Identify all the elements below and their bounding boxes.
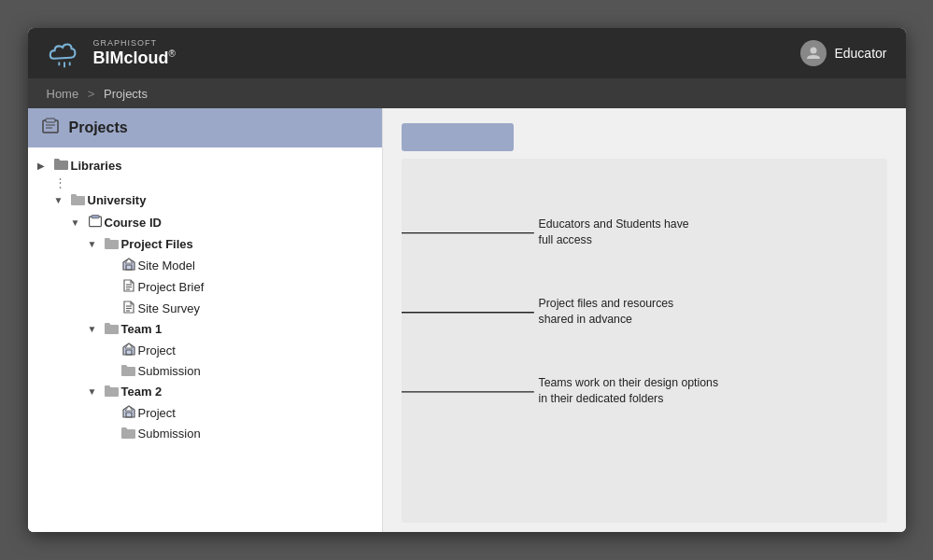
action-button[interactable]	[402, 123, 514, 151]
folder-icon-team1submission	[120, 364, 138, 379]
svg-text:shared in advance: shared in advance	[538, 313, 632, 326]
left-panel: Projects ▶ Libraries ⋮ ▼	[28, 108, 383, 532]
tree-item-courseid[interactable]: ▼ Course ID	[28, 211, 382, 234]
app-window: GRAPHISOFT BIMcloud® Educator Home > Pro…	[28, 28, 906, 532]
tree-item-team1submission[interactable]: ▶ Submission	[28, 361, 382, 382]
bimcloud-logo-icon	[47, 35, 82, 71]
svg-text:full access: full access	[538, 233, 591, 246]
tree-item-team1[interactable]: ▼ Team 1	[28, 319, 382, 340]
doc-icon-sitesurvey	[120, 301, 138, 316]
tree-item-team1project[interactable]: ▶ Project	[28, 340, 382, 361]
university-label: University	[88, 193, 147, 207]
svg-text:in their dedicated folders: in their dedicated folders	[538, 392, 663, 405]
team1-label: Team 1	[121, 322, 163, 336]
svg-text:Project files and resources: Project files and resources	[538, 297, 673, 310]
header-left: GRAPHISOFT BIMcloud®	[47, 35, 176, 71]
tree-item-team2project[interactable]: ▶ Project	[28, 402, 382, 424]
projects-icon	[41, 117, 60, 140]
team1submission-label: Submission	[138, 364, 201, 378]
svg-rect-9	[92, 215, 99, 217]
breadcrumb-separator: >	[84, 87, 98, 101]
right-panel: Educators and Students have full access …	[383, 108, 906, 532]
header-right: Educator	[800, 40, 886, 66]
right-panel-top	[402, 118, 887, 157]
toggle-team2[interactable]: ▼	[88, 386, 103, 397]
toggle-courseid[interactable]: ▼	[71, 217, 86, 228]
archicad-icon-sitemodel	[120, 258, 138, 273]
tree-item-university[interactable]: ▼ University	[28, 190, 382, 211]
sitesurvey-label: Site Survey	[138, 301, 200, 315]
tree-item-libraries[interactable]: ▶ Libraries	[28, 155, 382, 175]
team2-label: Team 2	[121, 385, 163, 399]
toggle-university[interactable]: ▼	[54, 195, 69, 205]
archicad-icon-team1project	[120, 343, 138, 358]
user-name-label: Educator	[834, 46, 886, 61]
brand-bottom-label: BIMcloud®	[93, 49, 176, 68]
folder-icon-team2submission	[120, 427, 138, 441]
panel-title: Projects	[69, 119, 128, 136]
tree-item-projectfiles[interactable]: ▼ Project Files	[28, 234, 382, 255]
user-avatar	[800, 40, 827, 66]
svg-text:Teams work on their design opt: Teams work on their design options	[538, 376, 718, 389]
annotations-svg: Educators and Students have full access …	[402, 159, 887, 523]
svg-text:Educators and Students have: Educators and Students have	[538, 217, 688, 231]
team1project-label: Project	[138, 343, 176, 357]
tree-item-projectbrief[interactable]: ▶ Project Brief	[28, 276, 382, 298]
folder-icon-university	[69, 193, 88, 208]
svg-rect-5	[46, 119, 55, 122]
project-icon-courseid	[86, 214, 105, 231]
tree-dots: ⋮	[28, 175, 382, 190]
folder-icon	[52, 158, 71, 173]
brand-text: GRAPHISOFT BIMcloud®	[93, 39, 176, 68]
folder-icon-team2	[103, 385, 121, 399]
svg-point-3	[811, 48, 817, 54]
toggle-projectfiles[interactable]: ▼	[88, 239, 103, 249]
breadcrumb-current: Projects	[104, 87, 148, 101]
toggle-team1[interactable]: ▼	[88, 324, 103, 334]
folder-icon-team1	[103, 322, 121, 337]
team2project-label: Project	[138, 406, 176, 420]
archicad-icon-team2project	[120, 405, 138, 421]
projectbrief-label: Project Brief	[138, 280, 205, 294]
tree-item-team2[interactable]: ▼ Team 2	[28, 382, 382, 402]
tree-item-sitesurvey[interactable]: ▶ Site Survey	[28, 298, 382, 319]
breadcrumb-home[interactable]: Home	[47, 87, 79, 101]
file-tree: ▶ Libraries ⋮ ▼ University	[28, 147, 382, 452]
libraries-label: Libraries	[71, 159, 122, 173]
toggle-libraries[interactable]: ▶	[37, 161, 52, 171]
content-area: Projects ▶ Libraries ⋮ ▼	[28, 108, 906, 532]
annotations-area: Educators and Students have full access …	[402, 159, 887, 523]
doc-icon-projectbrief	[120, 279, 138, 295]
tree-item-team2submission[interactable]: ▶ Submission	[28, 424, 382, 444]
breadcrumb-bar: Home > Projects	[28, 78, 906, 108]
tree-item-sitemodel[interactable]: ▶ Site Model	[28, 255, 382, 276]
sitemodel-label: Site Model	[138, 259, 195, 273]
projectfiles-label: Project Files	[121, 237, 193, 251]
team2submission-label: Submission	[138, 427, 201, 441]
courseid-label: Course ID	[105, 216, 162, 230]
folder-icon-projectfiles	[103, 237, 121, 252]
panel-header: Projects	[28, 108, 382, 147]
header: GRAPHISOFT BIMcloud® Educator	[28, 28, 906, 78]
brand-top-label: GRAPHISOFT	[93, 39, 176, 49]
